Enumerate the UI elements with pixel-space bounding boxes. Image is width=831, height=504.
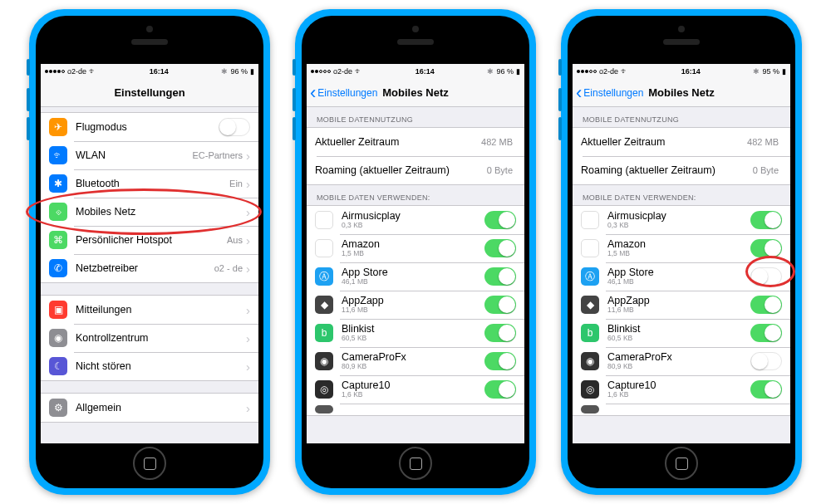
app-toggle[interactable]	[484, 352, 516, 370]
back-button[interactable]: Einstellungen	[310, 87, 377, 99]
app-name: App Store	[607, 267, 750, 278]
app-name: Amazon	[342, 238, 484, 250]
settings-list[interactable]: ✈ Flugmodus ᯤ WLAN EC-Partners › ✱ Bluet…	[41, 107, 258, 443]
statusbar: o2-de ᯤ 16:14 ✱ 96 % ▮	[307, 64, 524, 79]
app-toggle[interactable]	[484, 267, 516, 286]
row-app[interactable]: ◆ AppZapp11,6 MB	[573, 291, 790, 319]
app-toggle[interactable]	[484, 239, 516, 257]
app-toggle[interactable]	[750, 352, 782, 370]
row-app[interactable]: b Blinkist60,5 KB	[307, 319, 524, 347]
label: Persönlicher Hotspot	[76, 234, 227, 246]
carrier-label: o2-de	[599, 67, 618, 76]
row-roaming[interactable]: Roaming (aktueller Zeitraum) 0 Byte	[307, 156, 524, 184]
row-app[interactable]: ♪ Airmusicplay0,3 KB	[573, 206, 790, 234]
volume-down[interactable]	[558, 117, 562, 140]
mute-switch[interactable]	[27, 59, 30, 76]
home-button[interactable]	[399, 447, 432, 480]
mute-switch[interactable]	[293, 59, 296, 76]
app-icon: a	[315, 239, 333, 257]
home-button[interactable]	[665, 447, 698, 480]
section-apps-header: MOBILE DATEN VERWENDEN:	[573, 185, 790, 205]
phone-3: o2-de ᯤ 16:14 ✱ 95 % ▮ Einstellungen Mob…	[561, 9, 802, 495]
row-dnd[interactable]: ☾ Nicht stören ›	[41, 352, 258, 380]
control-icon: ◉	[49, 329, 67, 347]
row-wlan[interactable]: ᯤ WLAN EC-Partners ›	[41, 141, 258, 169]
app-toggle[interactable]	[484, 211, 516, 229]
app-toggle[interactable]	[484, 380, 516, 399]
row-app[interactable]: b Blinkist60,5 KB	[573, 319, 790, 347]
row-carrier[interactable]: ✆ Netzbetreiber o2 - de ›	[41, 254, 258, 282]
row-airplane[interactable]: ✈ Flugmodus	[41, 113, 258, 141]
label: Kontrollzentrum	[76, 332, 246, 344]
row-app[interactable]: ◉ CameraProFx80,9 KB	[573, 347, 790, 375]
app-icon: ♪	[315, 211, 333, 229]
row-app[interactable]: ◆ AppZapp11,6 MB	[307, 291, 524, 319]
row-mobile-data[interactable]: ⟐ Mobiles Netz ›	[41, 198, 258, 226]
app-name: CameraProFx	[607, 351, 750, 363]
row-app[interactable]: ◉ CameraProFx80,9 KB	[307, 347, 524, 375]
app-size: 46,1 MB	[342, 278, 484, 286]
battery-icon: ▮	[250, 67, 254, 76]
wifi-icon: ᯤ	[355, 67, 362, 76]
app-name: AppZapp	[607, 295, 750, 306]
volume-up[interactable]	[558, 88, 562, 111]
bluetooth-icon: ✱	[221, 67, 228, 76]
row-notifications[interactable]: ▣ Mitteilungen ›	[41, 296, 258, 324]
section-usage-header: MOBILE DATENNUTZUNG	[307, 107, 524, 127]
row-app[interactable]: ♪ Airmusicplay0,3 KB	[307, 206, 524, 234]
row-app[interactable]: Ⓐ App Store46,1 MB	[307, 262, 524, 291]
battery-label: 96 %	[496, 67, 514, 76]
app-toggle[interactable]	[750, 380, 782, 399]
row-app[interactable]: a Amazon1,5 MB	[573, 234, 790, 262]
back-button[interactable]: Einstellungen	[576, 87, 643, 99]
app-icon: a	[581, 239, 599, 257]
row-app[interactable]: ◎ Capture101,6 KB	[307, 375, 524, 404]
value: Aus	[227, 235, 243, 245]
app-toggle[interactable]	[750, 324, 782, 342]
signal-icon	[45, 70, 65, 73]
chevron-icon: ›	[246, 303, 250, 317]
app-toggle[interactable]	[750, 211, 782, 229]
volume-up[interactable]	[293, 88, 296, 111]
app-toggle[interactable]	[750, 239, 782, 257]
row-general[interactable]: ⚙ Allgemein ›	[41, 394, 258, 422]
row-controlcenter[interactable]: ◉ Kontrollzentrum ›	[41, 324, 258, 352]
volume-up[interactable]	[27, 88, 30, 111]
app-size: 60,5 KB	[607, 335, 750, 343]
app-toggle[interactable]	[484, 324, 516, 342]
app-name: AppZapp	[342, 295, 484, 306]
home-button[interactable]	[133, 447, 166, 480]
notify-icon: ▣	[49, 301, 67, 319]
camera-icon	[412, 26, 419, 32]
app-icon	[581, 405, 599, 413]
wifi-icon: ᯤ	[621, 67, 628, 76]
mute-switch[interactable]	[558, 59, 562, 76]
row-current-period[interactable]: Aktueller Zeitraum 482 MB	[307, 128, 524, 156]
app-toggle[interactable]	[750, 267, 782, 286]
row-app-appstore[interactable]: Ⓐ App Store46,1 MB	[573, 262, 790, 291]
battery-label: 96 %	[230, 67, 248, 76]
mobile-data-list[interactable]: MOBILE DATENNUTZUNG Aktueller Zeitraum 4…	[573, 107, 790, 443]
row-current-period[interactable]: Aktueller Zeitraum 482 MB	[573, 128, 790, 156]
app-toggle[interactable]	[484, 296, 516, 314]
row-roaming[interactable]: Roaming (aktueller Zeitraum) 0 Byte	[573, 156, 790, 184]
battery-icon: ▮	[516, 67, 520, 76]
app-name: App Store	[342, 267, 484, 278]
volume-down[interactable]	[27, 117, 30, 140]
row-app[interactable]: ◎ Capture101,6 KB	[573, 375, 790, 404]
label: Aktueller Zeitraum	[581, 136, 747, 148]
volume-down[interactable]	[293, 117, 296, 140]
row-hotspot[interactable]: ⌘ Persönlicher Hotspot Aus ›	[41, 226, 258, 254]
value: 0 Byte	[753, 165, 779, 175]
gear-icon: ⚙	[49, 399, 67, 417]
row-app-cut[interactable]	[307, 404, 524, 415]
row-bluetooth[interactable]: ✱ Bluetooth Ein ›	[41, 169, 258, 198]
airplane-toggle[interactable]	[219, 118, 250, 136]
app-toggle[interactable]	[750, 296, 782, 314]
signal-icon	[311, 70, 331, 73]
row-app-cut[interactable]	[573, 404, 790, 415]
screen: o2-de ᯤ 16:14 ✱ 96 % ▮ Einstellungen ✈	[41, 64, 258, 443]
app-size: 1,6 KB	[607, 391, 750, 399]
mobile-data-list[interactable]: MOBILE DATENNUTZUNG Aktueller Zeitraum 4…	[307, 107, 524, 443]
row-app[interactable]: a Amazon1,5 MB	[307, 234, 524, 262]
